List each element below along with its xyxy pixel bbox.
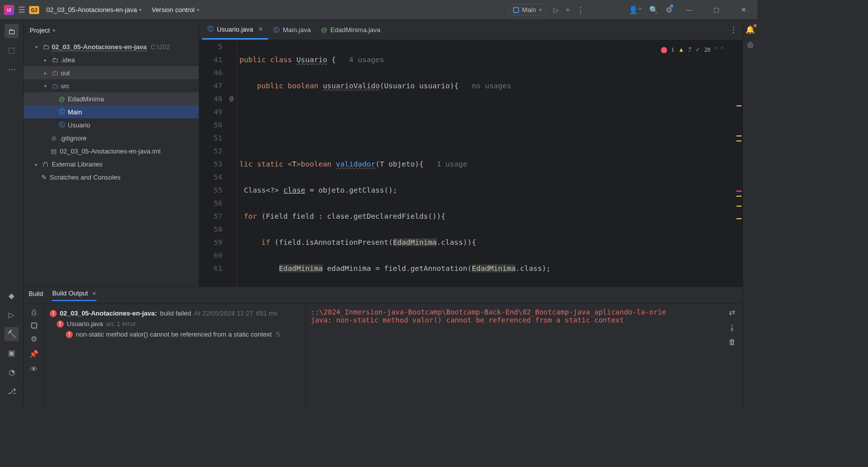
tree-root-path: C:\202 [151, 43, 170, 51]
clear-icon[interactable]: 🗑 [728, 338, 736, 346]
run-config[interactable]: Main ▾ [509, 4, 546, 16]
minimize-button[interactable]: — [679, 3, 699, 18]
ok-icon: ✓ [695, 43, 700, 56]
more-tool-button[interactable]: ⋯ [5, 62, 19, 76]
tree-scratches[interactable]: ✎ Scratches and Consoles [24, 171, 199, 184]
structure-tool-button[interactable]: ⬚ [5, 43, 19, 57]
tab-edad[interactable]: @ EdadMinima.java [316, 20, 386, 40]
run-config-icon [513, 7, 519, 13]
more-icon[interactable]: ⋮ [577, 6, 584, 15]
debug-button[interactable]: ⌖ [566, 6, 570, 14]
notifications-icon[interactable]: 🔔 [746, 25, 755, 34]
project-panel: Project ▾ ▾ 🗀 02_03_05-Anotaciones-en-ja… [24, 20, 199, 286]
stop-icon[interactable] [31, 323, 37, 329]
scratches-icon: ✎ [40, 174, 48, 181]
chevron-up-icon[interactable]: ˄ [714, 43, 717, 56]
git-tool-button[interactable]: ⎇ [5, 384, 19, 398]
error-icon: ! [57, 321, 64, 328]
close-button[interactable]: ✕ [733, 3, 754, 18]
vcs-dropdown[interactable]: Version control ▾ [149, 4, 202, 16]
build-toolbar-left: ⎙ ⚙ 📌 👁 [24, 304, 45, 407]
pin-icon[interactable]: 📌 [29, 350, 39, 359]
class-icon: Ⓒ [273, 26, 280, 35]
build-tab[interactable]: Build [29, 290, 43, 300]
build-output[interactable]: ::\2024_Inmersion-java-Bootcamp\Bootcamp… [306, 304, 721, 407]
run-config-name: Main [522, 6, 536, 14]
tree-iml[interactable]: ▤ 02_03_05-Anotaciones-en-java.iml [24, 144, 199, 158]
soft-wrap-icon[interactable]: ⇄ [729, 308, 735, 317]
build-tool-button[interactable]: 🔨 [5, 327, 19, 341]
filter-icon[interactable]: ⎙ [32, 308, 36, 317]
intellij-logo: IJ [4, 5, 14, 15]
vcs-label: Version control [152, 6, 195, 14]
tree-main[interactable]: Ⓒ Main [24, 105, 199, 118]
scroll-to-end-icon[interactable]: ⭳ [728, 323, 736, 332]
view-icon[interactable]: 👁 [30, 365, 38, 373]
run-button[interactable]: ▷ [553, 6, 559, 14]
build-tree[interactable]: ! 02_03_05-Anotaciones-en-java: build fa… [45, 304, 306, 407]
settings-icon[interactable]: ⚙ [666, 6, 672, 15]
error-icon: ⬤ [661, 43, 667, 56]
project-name: 02_03_05-Anotaciones-en-java [46, 6, 137, 14]
project-tree[interactable]: ▾ 🗀 02_03_05-Anotaciones-en-java C:\202 … [24, 40, 199, 286]
library-icon: ⛫ [42, 161, 50, 168]
ai-icon[interactable]: ◎ [747, 40, 754, 49]
tree-external-libraries[interactable]: ▸ ⛫ External Libraries [24, 158, 199, 171]
tab-main[interactable]: Ⓒ Main.java [268, 20, 316, 40]
chevron-down-icon: ▾ [197, 7, 199, 13]
project-panel-header[interactable]: Project ▾ [24, 20, 199, 40]
project-dropdown[interactable]: 02_03_05-Anotaciones-en-java ▾ [43, 4, 145, 16]
editor-tabs: Ⓒ Usuario.java ✕ Ⓒ Main.java @ EdadMinim… [199, 20, 742, 40]
build-panel-tabs: Build Build Output ✕ [24, 287, 742, 304]
profiler-tool-button[interactable]: ◔ [5, 365, 19, 379]
inspection-widget[interactable]: ⬤1 ▲7 ✓28 ˄ ˅ [661, 43, 723, 56]
folder-icon: 🗀 [51, 56, 59, 64]
hamburger-icon[interactable]: ☰ [18, 5, 25, 15]
tree-usuario[interactable]: Ⓒ Usuario [24, 118, 199, 131]
run-tool-button[interactable]: ▷ [5, 308, 19, 322]
close-icon[interactable]: ✕ [92, 290, 96, 296]
error-icon: ! [50, 310, 57, 317]
iml-icon: ▤ [50, 147, 58, 155]
annotation-icon: @ [58, 95, 66, 103]
build-output-tab[interactable]: Build Output ✕ [52, 289, 96, 301]
class-icon: Ⓒ [207, 25, 214, 34]
close-tab-icon[interactable]: ✕ [258, 26, 263, 33]
build-error-line[interactable]: ! non-static method valor() cannot be re… [50, 329, 300, 340]
build-file-line[interactable]: ! Usuario.java src 1 error [50, 319, 300, 329]
left-tool-stripe: 🗀 ⬚ ⋯ ◆ ▷ 🔨 ▣ ◔ ⎇ [0, 20, 24, 407]
class-icon: Ⓒ [58, 120, 66, 129]
annotation-gutter-icon[interactable]: @ [229, 92, 233, 105]
tree-root[interactable]: ▾ 🗀 02_03_05-Anotaciones-en-java C:\202 [24, 40, 199, 53]
services-tool-button[interactable]: ◆ [5, 289, 19, 303]
project-badge: 0J [29, 6, 39, 14]
warning-icon: ▲ [678, 43, 684, 56]
search-icon[interactable]: 🔍 [649, 6, 659, 15]
error-icon: ! [66, 331, 73, 338]
annotation-icon: @ [321, 26, 327, 34]
code-text[interactable]: public class Usuario { 4 usages public b… [237, 40, 735, 286]
chevron-down-icon[interactable]: ˅ [721, 43, 723, 56]
tab-usuario[interactable]: Ⓒ Usuario.java ✕ [202, 20, 268, 40]
code-with-me-icon[interactable]: 👤⁺ [629, 6, 642, 15]
tab-more-icon[interactable]: ⋮ [724, 25, 742, 35]
right-tool-stripe: 🔔 ◎ [742, 20, 758, 407]
tree-edadminima[interactable]: @ EdadMinima [24, 92, 199, 105]
build-root-line[interactable]: ! 02_03_05-Anotaciones-en-java: build fa… [50, 308, 300, 319]
terminal-tool-button[interactable]: ▣ [5, 346, 19, 360]
tree-out[interactable]: ▸ 🗀 out [24, 66, 199, 79]
settings-icon[interactable]: ⚙ [31, 335, 37, 344]
project-tool-button[interactable]: 🗀 [5, 24, 19, 38]
folder-icon: 🗀 [51, 69, 59, 77]
editor: Ⓒ Usuario.java ✕ Ⓒ Main.java @ EdadMinim… [199, 20, 742, 286]
tree-gitignore[interactable]: ⊘ .gitignore [24, 131, 199, 144]
code-area[interactable]: 54146474849505152535455565758596061 @ pu… [199, 40, 742, 286]
gutter-icons: @ [229, 40, 237, 286]
maximize-button[interactable]: ▢ [706, 3, 726, 18]
error-stripe[interactable] [735, 40, 742, 286]
tree-src[interactable]: ▾ 🗀 src [24, 79, 199, 92]
tree-idea[interactable]: ▸ 🗀 .idea [24, 53, 199, 66]
gutter: 54146474849505152535455565758596061 [199, 40, 229, 286]
build-toolbar-right: ⇄ ⭳ 🗑 [721, 304, 742, 407]
folder-icon: 🗀 [42, 43, 50, 51]
